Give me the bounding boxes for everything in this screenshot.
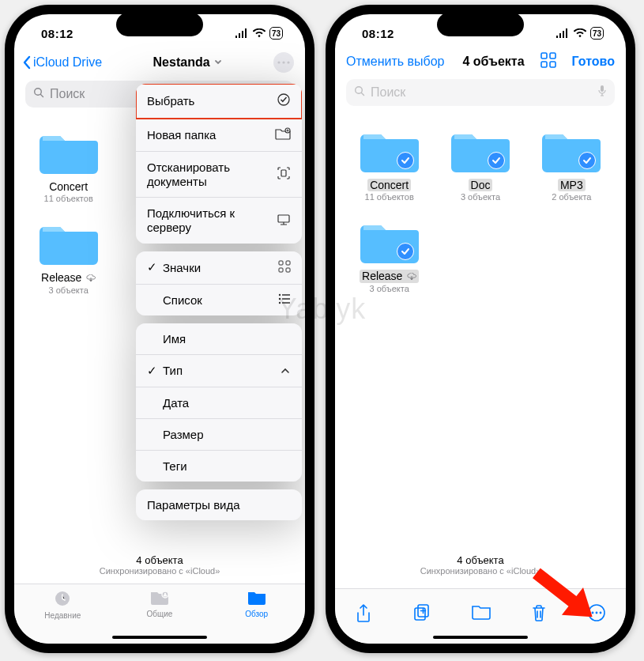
svg-rect-20 bbox=[541, 62, 547, 67]
search-icon bbox=[354, 85, 366, 100]
selected-check-icon bbox=[488, 152, 505, 169]
folder-sub: 3 объекта bbox=[49, 285, 89, 295]
svg-point-14 bbox=[279, 302, 281, 304]
wifi-icon bbox=[574, 27, 586, 40]
context-menu: Выбрать Новая папка Отсканироватьдокумен… bbox=[136, 84, 302, 528]
more-button[interactable] bbox=[273, 52, 294, 73]
folder-title[interactable]: Nestanda bbox=[153, 55, 223, 70]
menu-sort-tags[interactable]: Теги bbox=[136, 451, 302, 482]
folder-grid: Concert 11 объектов Doc 3 объекта MP3 2 … bbox=[335, 114, 626, 293]
svg-rect-9 bbox=[286, 261, 290, 265]
footer-summary: 4 объекта Синхронизировано с «iCloud» bbox=[14, 554, 305, 576]
folder-item[interactable]: Concert 11 объектов bbox=[25, 130, 111, 203]
menu-new-folder[interactable]: Новая папка bbox=[136, 119, 302, 152]
status-time: 08:12 bbox=[41, 27, 73, 40]
tab-browse[interactable]: Обзор bbox=[225, 589, 288, 644]
folder-item[interactable]: Doc 3 объекта bbox=[437, 128, 523, 202]
clock-icon bbox=[53, 589, 72, 610]
svg-rect-8 bbox=[279, 261, 283, 265]
menu-scan-documents[interactable]: Отсканироватьдокументы bbox=[136, 152, 302, 198]
folder-sub: 3 объекта bbox=[461, 192, 500, 202]
menu-sort-date[interactable]: Дата bbox=[136, 387, 302, 419]
folder-name: Concert bbox=[49, 180, 88, 193]
tab-recents[interactable]: Недавние bbox=[31, 589, 94, 644]
menu-connect-server[interactable]: Подключиться ксерверу bbox=[136, 198, 302, 243]
battery-indicator: 73 bbox=[269, 27, 283, 40]
signal-icon bbox=[555, 27, 570, 40]
move-button[interactable] bbox=[468, 600, 495, 626]
folder-name: Release bbox=[41, 271, 96, 285]
folder-name: Concert bbox=[367, 179, 411, 191]
folder-icon bbox=[40, 221, 98, 266]
menu-view-icons[interactable]: ✓Значки bbox=[136, 251, 302, 285]
phone-right: 08:12 73 Отменить выбор 4 объекта Готово… bbox=[326, 5, 635, 653]
menu-select[interactable]: Выбрать bbox=[136, 84, 302, 119]
folder-icon bbox=[360, 128, 419, 174]
menu-sort-size[interactable]: Размер bbox=[136, 419, 302, 451]
chevron-up-icon bbox=[280, 364, 291, 377]
icloud-download-icon bbox=[407, 270, 416, 283]
svg-point-0 bbox=[277, 61, 280, 63]
done-button[interactable]: Готово bbox=[572, 55, 615, 69]
shared-folder-icon bbox=[149, 589, 170, 608]
svg-rect-10 bbox=[279, 268, 283, 272]
folder-icon bbox=[451, 128, 510, 174]
folder-item[interactable]: Release 3 объекта bbox=[346, 219, 432, 293]
phone-left: 08:12 73 iCloud Drive Nestanda bbox=[5, 5, 314, 653]
server-icon bbox=[277, 213, 291, 229]
list-icon bbox=[278, 293, 291, 307]
folder-sub: 3 объекта bbox=[370, 284, 409, 293]
folder-sub: 11 объектов bbox=[44, 194, 93, 203]
svg-point-1 bbox=[282, 61, 284, 63]
menu-view-list[interactable]: Список bbox=[136, 285, 302, 315]
folder-item[interactable]: Release 3 объекта bbox=[25, 221, 111, 295]
svg-point-13 bbox=[279, 298, 281, 300]
share-button[interactable] bbox=[352, 600, 375, 629]
scan-icon bbox=[277, 166, 291, 183]
chevron-down-icon bbox=[213, 55, 223, 70]
duplicate-button[interactable] bbox=[409, 600, 435, 628]
folder-name: Doc bbox=[469, 179, 493, 191]
back-button[interactable]: iCloud Drive bbox=[22, 55, 102, 70]
footer-summary: 4 объекта Синхронизировано с «iCloud» bbox=[335, 554, 626, 576]
menu-view-options[interactable]: Параметры вида bbox=[136, 489, 302, 520]
cancel-selection-button[interactable]: Отменить выбор bbox=[346, 55, 454, 69]
svg-rect-19 bbox=[550, 53, 555, 59]
svg-rect-11 bbox=[286, 268, 290, 272]
status-time: 08:12 bbox=[362, 27, 394, 40]
svg-rect-21 bbox=[550, 62, 555, 67]
folder-item[interactable]: MP3 2 объекта bbox=[529, 128, 615, 202]
svg-rect-6 bbox=[281, 170, 286, 176]
mic-icon bbox=[597, 85, 607, 100]
grid-icon bbox=[278, 260, 291, 275]
svg-point-12 bbox=[279, 294, 281, 296]
dynamic-island bbox=[437, 13, 524, 36]
icloud-download-icon bbox=[86, 272, 96, 285]
layout-toggle-button[interactable] bbox=[540, 52, 556, 71]
svg-rect-23 bbox=[601, 85, 604, 92]
home-indicator bbox=[433, 636, 528, 639]
search-input: Поиск bbox=[346, 79, 615, 106]
menu-sort-name[interactable]: Имя bbox=[136, 323, 302, 355]
menu-sort-type[interactable]: ✓Тип bbox=[136, 355, 302, 387]
dynamic-island bbox=[116, 13, 203, 36]
folder-name: Release bbox=[360, 270, 419, 283]
folder-icon bbox=[360, 219, 419, 265]
newfolder-icon bbox=[275, 127, 291, 142]
svg-rect-18 bbox=[541, 53, 547, 59]
battery-indicator: 73 bbox=[590, 27, 604, 40]
folder-name: MP3 bbox=[558, 179, 586, 191]
selected-check-icon bbox=[397, 152, 414, 169]
folder-icon bbox=[40, 130, 98, 176]
signal-icon bbox=[235, 27, 249, 40]
select-icon bbox=[277, 93, 291, 109]
folder-sub: 2 объекта bbox=[552, 192, 591, 202]
svg-rect-7 bbox=[278, 215, 289, 222]
nav-bar: Отменить выбор 4 объекта Готово bbox=[335, 52, 626, 77]
svg-point-29 bbox=[599, 612, 601, 614]
browse-folder-icon bbox=[247, 589, 267, 608]
folder-item[interactable]: Concert 11 объектов bbox=[346, 128, 432, 202]
home-indicator bbox=[112, 636, 207, 639]
folder-sub: 11 объектов bbox=[365, 192, 414, 202]
search-placeholder: Поиск bbox=[371, 85, 405, 100]
